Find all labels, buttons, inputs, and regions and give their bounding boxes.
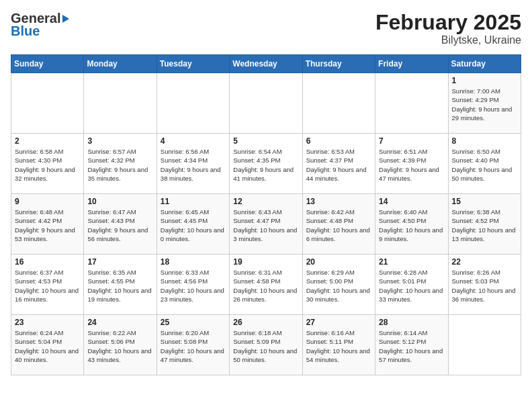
calendar-week-row: 2Sunrise: 6:58 AM Sunset: 4:30 PM Daylig…: [11, 134, 521, 194]
day-number: 19: [233, 257, 298, 267]
calendar-cell: 28Sunrise: 6:14 AM Sunset: 5:12 PM Dayli…: [375, 315, 448, 375]
day-number: 12: [233, 197, 298, 206]
day-info: Sunrise: 6:33 AM Sunset: 4:56 PM Dayligh…: [161, 268, 226, 304]
day-info: Sunrise: 6:37 AM Sunset: 4:53 PM Dayligh…: [15, 268, 80, 304]
day-info: Sunrise: 6:45 AM Sunset: 4:45 PM Dayligh…: [161, 208, 226, 243]
page-title: February 2025: [375, 11, 521, 34]
day-info: Sunrise: 6:18 AM Sunset: 5:09 PM Dayligh…: [233, 328, 298, 364]
calendar-cell: 22Sunrise: 6:26 AM Sunset: 5:03 PM Dayli…: [448, 255, 521, 315]
weekday-header-wednesday: Wednesday: [230, 55, 302, 73]
day-info: Sunrise: 6:16 AM Sunset: 5:11 PM Dayligh…: [306, 328, 371, 364]
calendar-cell: 24Sunrise: 6:22 AM Sunset: 5:06 PM Dayli…: [84, 315, 157, 375]
day-info: Sunrise: 6:20 AM Sunset: 5:08 PM Dayligh…: [161, 328, 226, 364]
day-number: 21: [379, 257, 444, 267]
day-number: 11: [161, 197, 226, 206]
calendar-cell: [448, 315, 521, 375]
calendar-cell: 4Sunrise: 6:56 AM Sunset: 4:34 PM Daylig…: [157, 134, 229, 194]
calendar-cell: 5Sunrise: 6:54 AM Sunset: 4:35 PM Daylig…: [230, 134, 302, 194]
logo-triangle-icon: [62, 15, 69, 23]
page-header: General Blue February 2025 Bilytske, Ukr…: [11, 11, 521, 46]
calendar-cell: 13Sunrise: 6:42 AM Sunset: 4:48 PM Dayli…: [302, 194, 375, 255]
day-number: 10: [87, 197, 152, 206]
day-number: 17: [87, 257, 152, 267]
calendar-cell: 7Sunrise: 6:51 AM Sunset: 4:39 PM Daylig…: [375, 134, 448, 194]
day-number: 24: [87, 318, 152, 327]
day-number: 2: [15, 136, 80, 146]
calendar-cell: 23Sunrise: 6:24 AM Sunset: 5:04 PM Dayli…: [11, 315, 84, 375]
calendar-cell: [84, 73, 157, 134]
calendar-cell: 6Sunrise: 6:53 AM Sunset: 4:37 PM Daylig…: [302, 134, 375, 194]
calendar-cell: 16Sunrise: 6:37 AM Sunset: 4:53 PM Dayli…: [11, 255, 84, 315]
day-number: 25: [161, 318, 226, 327]
calendar-cell: 3Sunrise: 6:57 AM Sunset: 4:32 PM Daylig…: [84, 134, 157, 194]
calendar-cell: 2Sunrise: 6:58 AM Sunset: 4:30 PM Daylig…: [11, 134, 84, 194]
calendar-cell: 10Sunrise: 6:47 AM Sunset: 4:43 PM Dayli…: [84, 194, 157, 255]
day-info: Sunrise: 6:50 AM Sunset: 4:40 PM Dayligh…: [452, 147, 517, 183]
calendar-cell: 12Sunrise: 6:43 AM Sunset: 4:47 PM Dayli…: [230, 194, 302, 255]
weekday-header-row: SundayMondayTuesdayWednesdayThursdayFrid…: [11, 55, 521, 73]
day-number: 15: [452, 197, 517, 206]
day-number: 14: [379, 197, 444, 206]
day-number: 5: [233, 136, 298, 146]
calendar-cell: 27Sunrise: 6:16 AM Sunset: 5:11 PM Dayli…: [302, 315, 375, 375]
weekday-header-friday: Friday: [375, 55, 448, 73]
calendar-cell: 17Sunrise: 6:35 AM Sunset: 4:55 PM Dayli…: [84, 255, 157, 315]
calendar-cell: 14Sunrise: 6:40 AM Sunset: 4:50 PM Dayli…: [375, 194, 448, 255]
day-info: Sunrise: 6:26 AM Sunset: 5:03 PM Dayligh…: [452, 268, 517, 304]
calendar-cell: [302, 73, 375, 134]
calendar-cell: 25Sunrise: 6:20 AM Sunset: 5:08 PM Dayli…: [157, 315, 229, 375]
weekday-header-thursday: Thursday: [302, 55, 375, 73]
day-number: 4: [161, 136, 226, 146]
weekday-header-tuesday: Tuesday: [157, 55, 229, 73]
calendar-week-row: 1Sunrise: 7:00 AM Sunset: 4:29 PM Daylig…: [11, 73, 521, 134]
calendar-week-row: 23Sunrise: 6:24 AM Sunset: 5:04 PM Dayli…: [11, 315, 521, 375]
logo: General Blue: [11, 11, 70, 39]
calendar-cell: 11Sunrise: 6:45 AM Sunset: 4:45 PM Dayli…: [157, 194, 229, 255]
calendar-cell: 15Sunrise: 6:38 AM Sunset: 4:52 PM Dayli…: [448, 194, 521, 255]
day-number: 3: [87, 136, 152, 146]
calendar-cell: 21Sunrise: 6:28 AM Sunset: 5:01 PM Dayli…: [375, 255, 448, 315]
day-number: 22: [452, 257, 517, 267]
calendar-cell: 1Sunrise: 7:00 AM Sunset: 4:29 PM Daylig…: [448, 73, 521, 134]
weekday-header-saturday: Saturday: [448, 55, 521, 73]
calendar-week-row: 16Sunrise: 6:37 AM Sunset: 4:53 PM Dayli…: [11, 255, 521, 315]
day-number: 7: [379, 136, 444, 146]
day-info: Sunrise: 6:53 AM Sunset: 4:37 PM Dayligh…: [306, 147, 371, 183]
calendar-cell: [375, 73, 448, 134]
day-number: 16: [15, 257, 80, 267]
calendar-cell: [11, 73, 84, 134]
day-number: 28: [379, 318, 444, 327]
weekday-header-sunday: Sunday: [11, 55, 84, 73]
day-info: Sunrise: 6:35 AM Sunset: 4:55 PM Dayligh…: [87, 268, 152, 304]
calendar-cell: 9Sunrise: 6:48 AM Sunset: 4:42 PM Daylig…: [11, 194, 84, 255]
day-number: 20: [306, 257, 371, 267]
calendar-table: SundayMondayTuesdayWednesdayThursdayFrid…: [11, 54, 521, 375]
day-number: 26: [233, 318, 298, 327]
day-info: Sunrise: 6:22 AM Sunset: 5:06 PM Dayligh…: [87, 328, 152, 364]
day-number: 8: [452, 136, 517, 146]
title-block: February 2025 Bilytske, Ukraine: [375, 11, 521, 46]
day-info: Sunrise: 6:29 AM Sunset: 5:00 PM Dayligh…: [306, 268, 371, 304]
day-info: Sunrise: 6:48 AM Sunset: 4:42 PM Dayligh…: [15, 208, 80, 243]
day-info: Sunrise: 6:14 AM Sunset: 5:12 PM Dayligh…: [379, 328, 444, 364]
day-number: 6: [306, 136, 371, 146]
day-number: 13: [306, 197, 371, 206]
day-number: 1: [452, 76, 517, 85]
day-info: Sunrise: 6:54 AM Sunset: 4:35 PM Dayligh…: [233, 147, 298, 183]
calendar-cell: [230, 73, 302, 134]
calendar-cell: 26Sunrise: 6:18 AM Sunset: 5:09 PM Dayli…: [230, 315, 302, 375]
day-number: 18: [161, 257, 226, 267]
day-info: Sunrise: 6:28 AM Sunset: 5:01 PM Dayligh…: [379, 268, 444, 304]
day-info: Sunrise: 6:24 AM Sunset: 5:04 PM Dayligh…: [15, 328, 80, 364]
day-number: 9: [15, 197, 80, 206]
day-info: Sunrise: 6:31 AM Sunset: 4:58 PM Dayligh…: [233, 268, 298, 304]
day-info: Sunrise: 6:43 AM Sunset: 4:47 PM Dayligh…: [233, 208, 298, 243]
day-info: Sunrise: 6:56 AM Sunset: 4:34 PM Dayligh…: [161, 147, 226, 183]
day-info: Sunrise: 6:51 AM Sunset: 4:39 PM Dayligh…: [379, 147, 444, 183]
day-info: Sunrise: 6:38 AM Sunset: 4:52 PM Dayligh…: [452, 208, 517, 243]
calendar-week-row: 9Sunrise: 6:48 AM Sunset: 4:42 PM Daylig…: [11, 194, 521, 255]
day-info: Sunrise: 6:40 AM Sunset: 4:50 PM Dayligh…: [379, 208, 444, 243]
day-info: Sunrise: 6:42 AM Sunset: 4:48 PM Dayligh…: [306, 208, 371, 243]
logo-blue-text: Blue: [11, 24, 40, 39]
calendar-cell: 8Sunrise: 6:50 AM Sunset: 4:40 PM Daylig…: [448, 134, 521, 194]
